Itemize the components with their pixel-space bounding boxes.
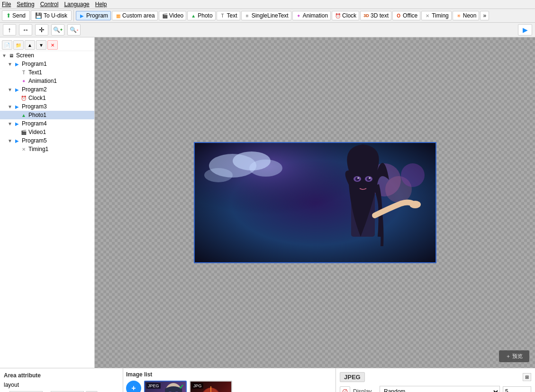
tree-item-program2[interactable]: ▼ ▶ Program2: [0, 85, 94, 94]
canvas-area: ＋ 预览: [95, 37, 535, 368]
tree-item-program5[interactable]: ▼ ▶ Program5: [0, 136, 94, 145]
menu-setting[interactable]: Setting: [17, 1, 34, 8]
img-thumb-2[interactable]: JPG: [190, 381, 232, 392]
send-label: Send: [12, 12, 26, 19]
menu-help[interactable]: Help: [95, 1, 107, 8]
animation1-icon: ✦: [20, 78, 27, 84]
tree-up-btn[interactable]: ▲: [25, 40, 35, 50]
move-icon: ✛: [39, 26, 45, 34]
zoom-preview-button[interactable]: ＋ 预览: [499, 350, 529, 362]
tree-item-program3[interactable]: ▼ ▶ Program3: [0, 102, 94, 111]
tb-neon[interactable]: ✳ Neon: [453, 11, 480, 20]
tb-video[interactable]: 🎬 Video: [159, 11, 186, 20]
photo-icon: ▲: [190, 12, 197, 19]
display-select[interactable]: Random Sequential Shuffle: [380, 386, 500, 392]
program4-label: Program4: [22, 120, 47, 127]
svg-point-17: [409, 201, 421, 208]
tree-item-program1[interactable]: ▼ ▶ Program1: [0, 60, 94, 68]
img-add-button[interactable]: +: [126, 381, 141, 392]
tree-item-screen[interactable]: ▼ 🖥 Screen: [0, 51, 94, 60]
timing1-label: Timing1: [28, 146, 48, 152]
tb-clock[interactable]: ⏰ Clock: [332, 11, 359, 20]
office-icon: O: [395, 12, 402, 19]
tb-photo[interactable]: ▲ Photo: [187, 11, 215, 20]
tree-item-photo1[interactable]: ▲ Photo1: [0, 111, 94, 119]
tb-office[interactable]: O Office: [392, 11, 420, 20]
tree-item-program4[interactable]: ▼ ▶ Program4: [0, 119, 94, 128]
img-list-buttons: + 🗑 ▼ ▲: [126, 381, 141, 392]
tb-text[interactable]: T Text: [217, 11, 240, 20]
display-icon: ∅: [340, 386, 350, 392]
tree-item-clock1[interactable]: ⏰ Clock1: [0, 94, 94, 102]
expand-button[interactable]: ⊞: [523, 373, 531, 381]
singlelinetext-label: SingleLineText: [252, 12, 289, 19]
program4-icon: ▶: [14, 120, 20, 127]
zoom-out-btn[interactable]: 🔍 -: [67, 24, 81, 36]
svg-point-8: [401, 163, 425, 187]
canvas-image-box[interactable]: [194, 142, 436, 263]
tree-item-text1[interactable]: T Text1: [0, 68, 94, 77]
menu-language[interactable]: Language: [64, 1, 89, 8]
animation-label: Animation: [303, 12, 328, 19]
office-label: Office: [403, 12, 417, 19]
tree-item-video1[interactable]: 🎬 Video1: [0, 128, 94, 136]
tousb-button[interactable]: 💾 To U-disk: [31, 10, 72, 21]
tree-item-animation1[interactable]: ✦ Animation1: [0, 77, 94, 85]
video-icon: 🎬: [162, 12, 168, 19]
img-thumbnails: JPEG ✓ JPG: [144, 381, 232, 392]
animation1-label: Animation1: [28, 78, 57, 84]
zoom-in-icon: 🔍: [53, 27, 60, 33]
resize-btn[interactable]: ↔: [19, 24, 32, 36]
text1-label: Text1: [28, 69, 42, 76]
program2-icon: ▶: [14, 86, 20, 93]
tousb-label: To U-disk: [44, 12, 67, 19]
area-attribute-title: Area attribute: [4, 372, 119, 379]
program5-label: Program5: [22, 137, 47, 144]
zoom-in-btn[interactable]: 🔍 +: [51, 24, 64, 36]
sep1: [73, 10, 74, 21]
timing-icon: ✕: [424, 12, 431, 19]
move-btn[interactable]: ✛: [35, 24, 48, 36]
clock1-label: Clock1: [28, 95, 46, 101]
clock-icon: ⏰: [335, 12, 341, 19]
program1-label: Program1: [22, 61, 47, 67]
usb-icon: 💾: [35, 12, 42, 19]
display-num-input[interactable]: [503, 386, 531, 392]
chevron-program3: ▼: [8, 104, 12, 109]
3dtext-label: 3D text: [371, 12, 389, 19]
tree-folder-btn[interactable]: 📁: [13, 40, 24, 50]
img1-check: ✓: [179, 383, 184, 391]
tree-panel: 📄 📁 ▲ ▼ ✕ ▼ 🖥 Screen ▼ ▶ Program1 T Text…: [0, 37, 95, 368]
play-btn[interactable]: ▶: [518, 24, 532, 36]
tb-timing[interactable]: ✕ Timing: [421, 11, 452, 20]
send-icon: ⬆: [6, 12, 11, 19]
img1-label: JPEG: [146, 383, 161, 389]
program2-label: Program2: [22, 86, 47, 93]
tree-delete-btn[interactable]: ✕: [47, 40, 58, 50]
svg-point-4: [249, 160, 282, 177]
action-toolbar: ↑ ↔ ✛ 🔍 + 🔍 - ▶: [0, 23, 535, 37]
send-button[interactable]: ⬆ Send: [2, 10, 30, 21]
tb-3dtext[interactable]: 3D 3D text: [360, 11, 391, 20]
no-icon: ∅: [342, 388, 348, 392]
program1-icon: ▶: [14, 61, 20, 67]
neon-label: Neon: [463, 12, 477, 19]
tb-program[interactable]: ▶ Program: [76, 11, 111, 20]
tb-custom-area[interactable]: ▦ Custom area: [112, 11, 158, 20]
tree-item-timing1[interactable]: ✕ Timing1: [0, 145, 94, 153]
tb-animation[interactable]: ✦ Animation: [292, 11, 331, 20]
menu-control[interactable]: Control: [40, 1, 59, 8]
menu-file[interactable]: File: [2, 1, 11, 8]
svg-point-16: [369, 178, 371, 179]
display-row: ∅ Display Random Sequential Shuffle: [340, 386, 531, 392]
tree-new-btn[interactable]: 📄: [2, 40, 12, 50]
toolbar: ⬆ Send 💾 To U-disk ▶ Program ▦ Custom ar…: [0, 9, 535, 23]
move-up-btn[interactable]: ↑: [3, 24, 16, 36]
tb-singlelinetext[interactable]: ≡ SingleLineText: [241, 11, 291, 20]
text-icon: T: [219, 12, 226, 19]
customarea-icon: ▦: [115, 12, 121, 19]
img-thumb-1[interactable]: JPEG ✓: [144, 381, 187, 392]
tree-down-btn[interactable]: ▼: [36, 40, 46, 50]
3dtext-icon: 3D: [363, 12, 370, 19]
tb-more[interactable]: »: [480, 11, 489, 20]
